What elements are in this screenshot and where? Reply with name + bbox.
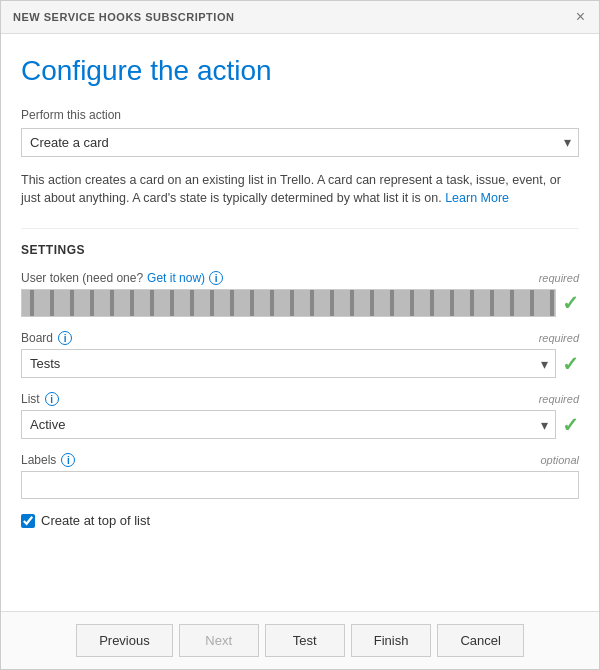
dialog-footer: Previous Next Test Finish Cancel bbox=[1, 611, 599, 669]
list-select-row: Active ✓ bbox=[21, 410, 579, 439]
user-token-header: User token (need one? Get it now) i requ… bbox=[21, 271, 579, 285]
board-select[interactable]: Tests bbox=[21, 349, 556, 378]
user-token-field: User token (need one? Get it now) i requ… bbox=[21, 271, 579, 317]
board-check-icon: ✓ bbox=[562, 354, 579, 374]
get-it-now-link[interactable]: Get it now) bbox=[147, 271, 205, 285]
close-button[interactable]: × bbox=[574, 9, 587, 25]
list-header: List i required bbox=[21, 392, 579, 406]
action-field: Perform this action Create a card bbox=[21, 108, 579, 157]
list-select[interactable]: Active bbox=[21, 410, 556, 439]
labels-header: Labels i optional bbox=[21, 453, 579, 467]
user-token-required: required bbox=[539, 272, 579, 284]
learn-more-link[interactable]: Learn More bbox=[445, 191, 509, 205]
next-button[interactable]: Next bbox=[179, 624, 259, 657]
list-info-icon[interactable]: i bbox=[45, 392, 59, 406]
finish-button[interactable]: Finish bbox=[351, 624, 432, 657]
dialog-body: Configure the action Perform this action… bbox=[1, 34, 599, 611]
previous-button[interactable]: Previous bbox=[76, 624, 173, 657]
list-field: List i required Active ✓ bbox=[21, 392, 579, 439]
user-token-label: User token (need one? Get it now) i bbox=[21, 271, 223, 285]
board-select-wrapper: Tests bbox=[21, 349, 556, 378]
list-select-wrapper: Active bbox=[21, 410, 556, 439]
board-field: Board i required Tests ✓ bbox=[21, 331, 579, 378]
checkbox-row: Create at top of list bbox=[21, 513, 579, 528]
board-header: Board i required bbox=[21, 331, 579, 345]
action-select-wrapper: Create a card bbox=[21, 128, 579, 157]
labels-info-icon[interactable]: i bbox=[61, 453, 75, 467]
board-select-row: Tests ✓ bbox=[21, 349, 579, 378]
labels-input[interactable] bbox=[21, 471, 579, 499]
labels-field: Labels i optional bbox=[21, 453, 579, 499]
page-title: Configure the action bbox=[21, 54, 579, 88]
description-text: This action creates a card on an existin… bbox=[21, 171, 579, 209]
list-required: required bbox=[539, 393, 579, 405]
user-token-info-icon[interactable]: i bbox=[209, 271, 223, 285]
settings-header: SETTINGS bbox=[21, 228, 579, 257]
labels-optional: optional bbox=[540, 454, 579, 466]
token-check-icon: ✓ bbox=[562, 293, 579, 313]
test-button[interactable]: Test bbox=[265, 624, 345, 657]
create-top-checkbox[interactable] bbox=[21, 514, 35, 528]
checkbox-label[interactable]: Create at top of list bbox=[41, 513, 150, 528]
titlebar: NEW SERVICE HOOKS SUBSCRIPTION × bbox=[1, 1, 599, 34]
board-required: required bbox=[539, 332, 579, 344]
action-label: Perform this action bbox=[21, 108, 579, 122]
dialog: NEW SERVICE HOOKS SUBSCRIPTION × Configu… bbox=[0, 0, 600, 670]
labels-label: Labels i bbox=[21, 453, 75, 467]
token-field-wrapper: ✓ bbox=[21, 289, 579, 317]
dialog-title: NEW SERVICE HOOKS SUBSCRIPTION bbox=[13, 11, 234, 23]
list-check-icon: ✓ bbox=[562, 415, 579, 435]
list-label: List i bbox=[21, 392, 59, 406]
cancel-button[interactable]: Cancel bbox=[437, 624, 523, 657]
token-input[interactable] bbox=[21, 289, 556, 317]
action-select[interactable]: Create a card bbox=[21, 128, 579, 157]
board-info-icon[interactable]: i bbox=[58, 331, 72, 345]
board-label: Board i bbox=[21, 331, 72, 345]
